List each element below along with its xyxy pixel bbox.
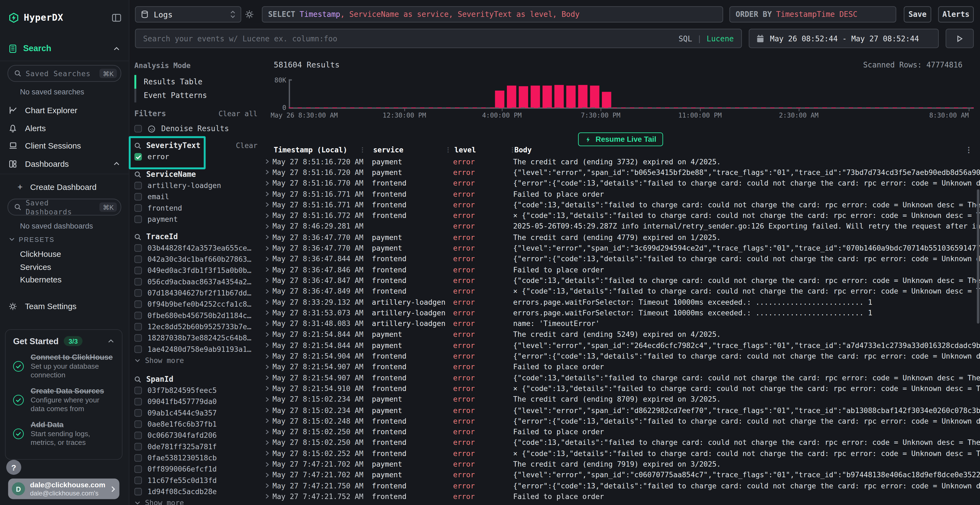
search-icon[interactable] [134, 171, 141, 178]
histogram-bar[interactable] [531, 86, 540, 108]
histogram-bar[interactable] [578, 85, 587, 108]
facet-option-09041fb457779da0[interactable]: 09041fb457779da0 [134, 396, 258, 407]
table-row[interactable]: May 27 7:47:21.702 AMpaymenterror{"level… [261, 470, 980, 481]
checkbox-unchecked[interactable] [134, 245, 142, 252]
saved-searches-input[interactable]: Saved Searches ⌘K [8, 65, 121, 82]
row-expand-chevron-icon[interactable] [261, 235, 272, 240]
row-expand-chevron-icon[interactable] [261, 462, 272, 467]
row-expand-chevron-icon[interactable] [261, 310, 272, 316]
checkbox-unchecked[interactable] [134, 454, 142, 462]
checkbox-unchecked[interactable] [134, 312, 142, 319]
table-row[interactable]: May 27 8:15:02.250 AMfrontenderror{"code… [261, 437, 980, 448]
facet-option-1ae42480d758e9ab91193a1-[interactable]: 1ae42480d758e9ab91193a1… [134, 344, 258, 355]
table-row[interactable]: May 27 8:15:02.248 AMfrontenderror{"erro… [261, 416, 980, 426]
table-row[interactable]: May 27 8:21:54.844 AMpaymenterrorThe cre… [261, 329, 980, 340]
get-started-item[interactable]: Create Data SourcesConfigure where your … [13, 387, 115, 414]
checkbox-unchecked[interactable] [134, 477, 142, 484]
facet-clear-button[interactable]: Clear [236, 141, 257, 150]
preset-link-clickhouse[interactable]: ClickHouse [20, 249, 61, 259]
table-row[interactable]: May 27 8:21:54.844 AMpaymenterror{"level… [261, 340, 980, 351]
time-range-picker[interactable]: May 26 08:52:44 - May 27 08:52:44 [749, 29, 939, 48]
checkbox-unchecked[interactable] [134, 256, 142, 263]
checkbox-unchecked[interactable] [134, 278, 142, 286]
table-row[interactable]: May 27 8:51:16.772 AMfrontenderror× {"co… [261, 210, 980, 221]
checkbox-unchecked[interactable] [134, 443, 142, 451]
column-header-service[interactable]: service [373, 146, 403, 154]
row-expand-chevron-icon[interactable] [261, 159, 272, 164]
presets-toggle[interactable]: PRESETS [9, 236, 55, 243]
sidebar-collapse-icon[interactable] [112, 13, 121, 22]
table-row[interactable]: May 27 8:51:16.770 AMfrontenderror{"erro… [261, 178, 980, 189]
row-expand-chevron-icon[interactable] [261, 332, 272, 337]
save-button[interactable]: Save [904, 6, 931, 22]
run-query-button[interactable] [946, 29, 974, 48]
lucene-mode-option[interactable]: Lucene [707, 34, 734, 43]
mode-results-table[interactable]: Results Table [134, 75, 258, 89]
histogram-bar[interactable] [590, 86, 599, 108]
events-histogram[interactable]: 80K 0 May 26 8:30:00 AM12:30:00 PM4:00:0… [290, 79, 969, 108]
checkbox-unchecked[interactable] [134, 398, 142, 406]
table-row[interactable]: May 27 8:51:16.720 AMpaymenterrorThe cre… [261, 156, 980, 167]
table-row[interactable]: May 27 8:21:54.910 AMfrontenderror× {"co… [261, 383, 980, 394]
table-row[interactable]: May 27 8:36:47.844 AMfrontenderror{"erro… [261, 253, 980, 264]
alerts-button[interactable]: Alerts [938, 6, 974, 22]
sidebar-item-chart-explorer[interactable]: Chart Explorer [0, 102, 129, 118]
scrollbar[interactable] [977, 189, 980, 324]
facet-option-07d184304627bf2f11b67dd-[interactable]: 07d184304627bf2f11b67dd… [134, 287, 258, 299]
checkbox-unchecked[interactable] [134, 182, 142, 189]
preset-link-kubernetes[interactable]: Kubernetes [20, 275, 62, 284]
column-resizer[interactable]: ⋮ [445, 146, 451, 153]
facet-option-049ed0ac3fdb1f3f15a0b0b-[interactable]: 049ed0ac3fdb1f3f15a0b0b… [134, 265, 258, 276]
row-expand-chevron-icon[interactable] [261, 440, 272, 445]
checkbox-unchecked[interactable] [134, 300, 142, 308]
facet-option-18287038b73e882425c64b8-[interactable]: 18287038b73e882425c64b8… [134, 332, 258, 343]
table-row[interactable]: May 27 8:15:02.252 AMfrontenderror× {"co… [261, 448, 980, 459]
facet-option-artillery-loadgen[interactable]: artillery-loadgen [134, 180, 258, 191]
checkbox-unchecked[interactable] [134, 387, 142, 394]
table-row[interactable]: May 27 8:15:02.234 AMpaymenterrorThe cre… [261, 394, 980, 405]
histogram-bar[interactable] [507, 86, 516, 108]
facet-option-03b44828f42a3573ea655ce-[interactable]: 03b44828f42a3573ea655ce… [134, 243, 258, 254]
row-expand-chevron-icon[interactable] [261, 288, 272, 294]
table-row[interactable]: May 27 8:21:54.907 AMfrontenderrorFailed… [261, 362, 980, 373]
checkbox-unchecked[interactable] [134, 420, 142, 428]
row-expand-chevron-icon[interactable] [261, 170, 272, 175]
chevron-up-icon[interactable] [108, 338, 115, 343]
histogram-bar[interactable] [602, 92, 611, 108]
table-row[interactable]: May 27 8:36:47.770 AMpaymenterrorThe cre… [261, 232, 980, 243]
facet-option-03f7b824595feec5[interactable]: 03f7b824595feec5 [134, 385, 258, 396]
table-row[interactable]: May 27 8:51:16.720 AMpaymenterror{"level… [261, 167, 980, 178]
row-expand-chevron-icon[interactable] [261, 451, 272, 456]
row-expand-chevron-icon[interactable] [261, 321, 272, 327]
row-expand-chevron-icon[interactable] [261, 494, 272, 500]
row-expand-chevron-icon[interactable] [261, 267, 272, 273]
row-expand-chevron-icon[interactable] [261, 397, 272, 402]
show-more-button[interactable]: Show more [134, 497, 258, 505]
facet-option-0ff8990066efcf1d[interactable]: 0ff8990066efcf1d [134, 464, 258, 475]
table-row[interactable]: May 27 8:15:02.234 AMpaymenterror{"level… [261, 405, 980, 416]
row-expand-chevron-icon[interactable] [261, 418, 272, 424]
column-resizer[interactable]: ⋮ [360, 146, 366, 153]
sidebar-item-client-sessions[interactable]: Client Sessions [0, 137, 129, 154]
checkbox-unchecked[interactable] [134, 289, 142, 297]
sidebar-item-dashboards[interactable]: Dashboards [0, 156, 129, 172]
checkbox-unchecked[interactable] [134, 216, 142, 223]
facet-option-frontend[interactable]: frontend [134, 202, 258, 214]
table-row[interactable]: May 27 7:47:21.752 AMfrontenderrorFailed… [261, 491, 980, 502]
table-row[interactable]: May 27 8:46:29.281 AMerror2025-05-26T09:… [261, 221, 980, 232]
row-expand-chevron-icon[interactable] [261, 278, 272, 283]
table-row[interactable]: May 27 8:33:29.132 AMartillery-loadgener… [261, 297, 980, 308]
get-started-item[interactable]: Add DataStart sending logs, metrics, or … [13, 420, 115, 447]
facet-option-0f94b9befe0b4252ccfa1c8-[interactable]: 0f94b9befe0b4252ccfa1c8… [134, 299, 258, 310]
search-icon[interactable] [134, 376, 141, 383]
get-started-item[interactable]: Connect to ClickHouseSet up your databas… [13, 353, 115, 380]
facet-option-0de781ff325a781f[interactable]: 0de781ff325a781f [134, 441, 258, 452]
row-expand-chevron-icon[interactable] [261, 213, 272, 219]
row-expand-chevron-icon[interactable] [261, 256, 272, 262]
sql-mode-option[interactable]: SQL [679, 34, 692, 43]
facet-option-0ae8e1f6c6b37fb1[interactable]: 0ae8e1f6c6b37fb1 [134, 418, 258, 430]
table-row[interactable]: May 27 8:21:54.907 AMfrontenderror{"code… [261, 372, 980, 383]
table-row[interactable]: May 27 8:51:16.771 AMfrontenderrorFailed… [261, 189, 980, 199]
column-header-body[interactable]: Body [514, 146, 532, 154]
sidebar-item-alerts[interactable]: Alerts [0, 120, 129, 136]
